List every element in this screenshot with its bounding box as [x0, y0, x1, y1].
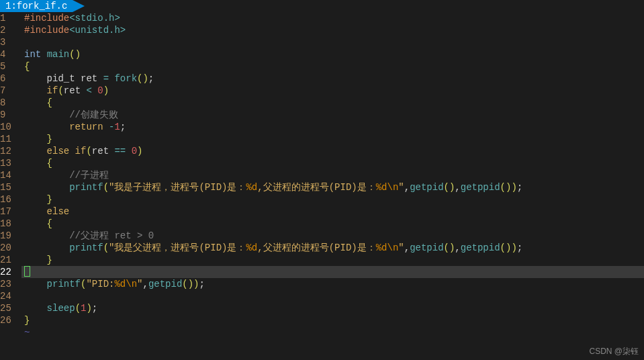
line-number: 13 — [0, 157, 17, 169]
code-line[interactable]: { — [21, 97, 644, 109]
tab-bar: 1: fork_if.c — [0, 0, 644, 12]
code-line[interactable]: { — [21, 157, 644, 169]
code-line[interactable]: #include<unistd.h> — [21, 24, 644, 36]
code-line[interactable]: { — [21, 218, 644, 230]
code-line[interactable] — [21, 290, 644, 302]
code-line[interactable]: printf("PID:%d\n",getpid()); — [21, 278, 644, 290]
code-line[interactable] — [21, 266, 644, 278]
line-number: 6 — [0, 73, 17, 85]
line-number: 26 — [0, 314, 17, 326]
code-line[interactable]: //子进程 — [21, 169, 644, 181]
line-number: 18 — [0, 218, 17, 230]
line-number: 1 — [0, 12, 17, 24]
watermark: CSDN @柒钰 — [589, 345, 639, 357]
line-number: 4 — [0, 48, 17, 60]
line-number: 24 — [0, 290, 17, 302]
line-number: 14 — [0, 169, 17, 181]
code-line[interactable]: } — [21, 254, 644, 266]
tab-index: 1 — [5, 0, 11, 12]
code-line[interactable]: #include<stdio.h> — [21, 12, 644, 24]
line-number-gutter: 1234567891011121314151617181920212223242… — [0, 12, 21, 360]
line-number: 2 — [0, 24, 17, 36]
line-number: 17 — [0, 206, 17, 218]
line-number: 16 — [0, 193, 17, 206]
tab-filename: fork_if.c — [17, 0, 68, 12]
line-number: 9 — [0, 109, 17, 121]
line-number: 19 — [0, 230, 17, 242]
line-number: 5 — [0, 60, 17, 73]
line-number: 22 — [0, 266, 17, 278]
line-number: 12 — [0, 145, 17, 157]
line-number: 20 — [0, 242, 17, 254]
active-tab[interactable]: 1: fork_if.c — [0, 0, 73, 12]
empty-line-marker: ~ — [21, 326, 644, 339]
editor[interactable]: 1234567891011121314151617181920212223242… — [0, 12, 644, 360]
code-line[interactable]: if(ret < 0) — [21, 85, 644, 97]
code-line[interactable]: } — [21, 193, 644, 206]
code-line[interactable]: { — [21, 60, 644, 73]
code-line[interactable]: } — [21, 133, 644, 145]
code-line[interactable]: int main() — [21, 48, 644, 60]
line-number: 23 — [0, 278, 17, 290]
code-area[interactable]: #include<stdio.h>#include<unistd.h>int m… — [21, 12, 644, 360]
code-line[interactable]: pid_t ret = fork(); — [21, 73, 644, 85]
code-line[interactable]: sleep(1); — [21, 302, 644, 314]
line-number: 10 — [0, 121, 17, 133]
code-line[interactable]: printf("我是父进程，进程号(PID)是：%d,父进程的进程号(PID)是… — [21, 242, 644, 254]
code-line[interactable]: else if(ret == 0) — [21, 145, 644, 157]
line-number: 7 — [0, 85, 17, 97]
line-number: 21 — [0, 254, 17, 266]
code-line[interactable]: //父进程 ret > 0 — [21, 230, 644, 242]
code-line[interactable]: return -1; — [21, 121, 644, 133]
line-number: 25 — [0, 302, 17, 314]
code-line[interactable]: printf("我是子进程，进程号(PID)是：%d,父进程的进程号(PID)是… — [21, 181, 644, 193]
code-line[interactable]: else — [21, 206, 644, 218]
line-number: 3 — [0, 36, 17, 48]
code-line[interactable]: } — [21, 314, 644, 326]
code-line[interactable] — [21, 36, 644, 48]
line-number: 11 — [0, 133, 17, 145]
code-line[interactable]: //创建失败 — [21, 109, 644, 121]
cursor — [24, 266, 30, 277]
line-number: 8 — [0, 97, 17, 109]
line-number: 15 — [0, 181, 17, 193]
